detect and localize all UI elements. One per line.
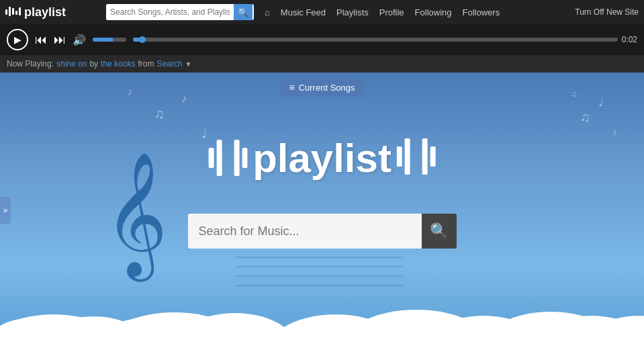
svg-rect-0 — [5, 9, 7, 15]
by-label: by — [89, 59, 98, 69]
nav-followers[interactable]: Followers — [459, 7, 504, 17]
current-songs-label: Current Songs — [299, 83, 355, 93]
center-logo-icon-right — [397, 133, 437, 183]
music-note-6: ♩ — [598, 96, 604, 109]
current-songs-button[interactable]: ≡ Current Songs — [280, 78, 365, 97]
nav-following[interactable]: Following — [411, 7, 456, 17]
svg-rect-9 — [397, 146, 402, 167]
nav-profile[interactable]: Profile — [375, 7, 408, 17]
music-note-1: ♫ — [154, 106, 165, 122]
svg-rect-6 — [216, 140, 222, 176]
svg-rect-5 — [208, 148, 214, 168]
treble-clef-decoration: 𝄞 — [104, 160, 168, 267]
clouds-decoration — [0, 294, 644, 348]
svg-rect-3 — [15, 11, 17, 15]
app-logo-text: playlist — [24, 5, 66, 19]
svg-rect-2 — [12, 8, 14, 15]
progress-bar[interactable] — [133, 38, 618, 42]
main-content: ≡ Current Songs » ♫ ♪ ♩ ♪ ♫ ♩ ♪ ♫ 𝄞 play… — [0, 73, 644, 348]
music-note-5: ♫ — [580, 110, 590, 125]
svg-rect-7 — [234, 140, 239, 176]
progress-handle[interactable] — [139, 36, 146, 43]
svg-rect-1 — [9, 7, 11, 16]
main-search-button[interactable]: 🔍 — [422, 214, 457, 249]
svg-rect-11 — [422, 138, 428, 175]
player-bar: ▶ ⏮ ⏭ 🔊 0:02 — [0, 24, 644, 55]
play-button[interactable]: ▶ — [7, 29, 28, 50]
now-playing-dropdown[interactable]: ▼ — [185, 60, 192, 68]
volume-slider[interactable] — [93, 38, 126, 42]
list-icon: ≡ — [289, 82, 295, 93]
home-icon-nav[interactable]: ⌂ — [261, 7, 274, 17]
search-icon-top: 🔍 — [238, 7, 248, 17]
from-label: from — [138, 59, 154, 69]
svg-rect-4 — [19, 7, 21, 15]
search-icon-main: 🔍 — [430, 222, 448, 240]
turn-off-new-site-button[interactable]: Turn Off New Site — [575, 7, 639, 17]
main-search-area: 🔍 — [188, 214, 457, 249]
svg-rect-10 — [405, 138, 410, 175]
nav-playlists[interactable]: Playlists — [332, 7, 373, 17]
music-note-4: ♪ — [128, 86, 132, 97]
top-search-bar[interactable]: 🔍 — [106, 4, 254, 20]
play-icon: ▶ — [14, 34, 21, 45]
logo-area: playlist — [5, 5, 99, 19]
previous-button[interactable]: ⏮ — [35, 33, 47, 47]
center-logo-icon — [207, 134, 247, 181]
search-input[interactable] — [106, 4, 234, 20]
volume-icon: 🔊 — [73, 34, 86, 46]
svg-rect-8 — [242, 148, 247, 168]
music-note-8: ♫ — [571, 89, 577, 99]
music-note-2: ♪ — [181, 93, 187, 105]
nav-music-feed[interactable]: Music Feed — [277, 7, 330, 17]
prev-icon: ⏮ — [35, 33, 47, 46]
now-playing-label: Now Playing: — [7, 59, 54, 69]
now-playing-bar: Now Playing: shine on by the kooks from … — [0, 55, 644, 73]
svg-rect-12 — [430, 146, 436, 167]
time-display: 0:02 — [622, 35, 637, 44]
source-name[interactable]: Search — [156, 59, 182, 69]
top-navigation: playlist 🔍 ⌂ Music Feed Playlists Profil… — [0, 0, 644, 24]
music-note-3: ♩ — [201, 126, 207, 141]
main-search-input[interactable] — [188, 214, 422, 249]
side-panel-toggle[interactable]: » — [0, 197, 11, 224]
next-icon: ⏭ — [54, 33, 66, 46]
center-logo-text: playlist — [252, 135, 392, 181]
nav-links: ⌂ Music Feed Playlists Profile Following… — [261, 7, 568, 17]
progress-container: 0:02 — [133, 35, 637, 44]
staff-lines-decoration — [235, 247, 403, 294]
next-button[interactable]: ⏭ — [54, 33, 66, 47]
search-button-top[interactable]: 🔍 — [234, 4, 252, 20]
logo-icon — [5, 5, 21, 19]
song-name[interactable]: shine on — [56, 59, 87, 69]
center-logo: playlist — [207, 133, 437, 183]
artist-name[interactable]: the kooks — [101, 59, 135, 69]
music-note-7: ♪ — [612, 126, 617, 137]
